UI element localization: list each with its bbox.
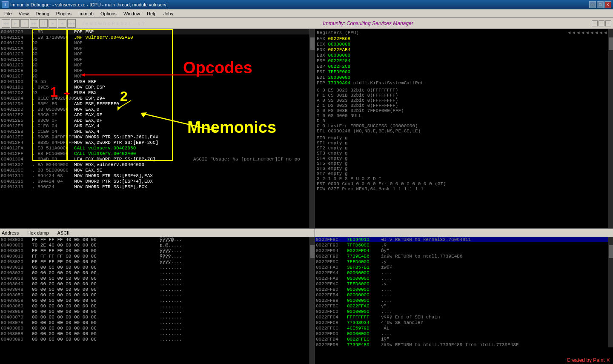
disasm-row[interactable]: 004012FA. E8 511A0000CALL vulnserv.00402… [0,145,315,151]
menu-item-jobs[interactable]: Jobs [160,9,177,17]
menu-item-debug[interactable]: Debug [32,9,52,17]
toolbar-back[interactable]: ◀ [58,19,66,28]
toolbar-pause[interactable]: || [39,19,48,28]
dump-row[interactable]: 00403018FF FF FF FF 00 00 00 00ÿÿÿÿ.... [0,253,309,259]
reg-nav-4[interactable]: ◀ [581,30,584,35]
dump-row[interactable]: 0040305800 00 00 00 00 00 00 00........ [0,298,309,303]
disasm-row[interactable]: 004012C4. E9 17180000JMP vulnserv.00402A… [0,34,315,40]
disasm-row[interactable]: 004012E2. 83C0 0FADD EAX,0F [0,112,315,118]
minimize-button[interactable]: ─ [589,1,596,8]
stack-row[interactable]: 0022FFA03BFB57B1±Wû¼ [315,264,608,270]
toolbar-step[interactable]: ▶ [49,19,57,28]
reg-nav-2[interactable]: ◀ [572,30,575,35]
reg-scrollbar[interactable] [608,29,613,228]
stack-row[interactable]: 0022FFD000000000.... [315,331,608,336]
disasm-row[interactable]: 004012E8. C1E8 04SHR EAX,4 [0,123,315,129]
register-edx[interactable]: EDX 0022FAB4 [315,47,613,53]
stack-row[interactable]: 0022FFA400000000.... [315,270,608,275]
disasm-row[interactable]: 004012EB. C1E0 04SHL EAX,4 [0,129,315,134]
menu-item-help[interactable]: Help [143,9,160,17]
toolbar-e[interactable]: e [85,21,88,26]
disasm-row[interactable]: 00401307. BA 00404000MOV EDX,vulnserv.00… [0,162,315,167]
toolbar-l[interactable]: l [83,21,83,26]
stack-row[interactable]: 0022FFBC0022FFA0y". [315,303,608,309]
reg-nav-6[interactable]: ◀ [590,30,593,35]
dump-row[interactable]: 0040300870 2E 40 00 00 00 00 00p.@..... [0,242,309,248]
reg-nav-5[interactable]: ◀ [586,30,589,35]
close-button[interactable]: ✕ [604,1,611,8]
disasm-row[interactable]: 004012D2 53PUSH EBX [0,90,315,95]
reg-nav-7[interactable]: ◀ [595,30,598,35]
dump-row[interactable]: 0040306000 00 00 00 00 00 00 00........ [0,303,309,309]
dump-row[interactable]: 0040302800 00 00 00 00 00 00 00........ [0,264,309,270]
stack-row[interactable]: 0022FF9C7FFD6000.ÿ [315,259,608,264]
disasm-row[interactable]: 0040130C. B8 5E000000MOV EAX,5E [0,167,315,173]
toolbar-h[interactable]: h [103,21,106,26]
disasm-row[interactable]: 004012CD 90NOP [0,62,315,68]
menu-item-plugins[interactable]: Plugins [53,9,75,17]
menu-item-immlib[interactable]: ImmLib [75,9,97,17]
dump-row[interactable]: 0040306800 00 00 00 00 00 00 00........ [0,309,309,314]
stack-row[interactable]: 0022FFA800000000.... [315,275,608,281]
register-esi[interactable]: ESI 7FFDF000 [315,69,613,75]
disasm-row[interactable]: 004012C9 90NOP [0,40,315,46]
stack-row[interactable]: 0022FFB800000000.... [315,298,608,303]
toolbar-skip[interactable]: ▶▶ [30,19,38,28]
dump-row[interactable]: 0040307800 00 00 00 00 00 00 00........ [0,320,309,325]
maximize-button[interactable]: □ [597,1,604,8]
disasm-row[interactable]: 004012D4. 81EC 94020000SUB ESP,294 [0,95,315,101]
register-eax[interactable]: EAX 0022FB68 [315,36,613,42]
disasm-row[interactable]: 00401311. 894424 08MOV DWORD PTR SS:[ESP… [0,173,315,178]
toolbar-c[interactable]: c [108,21,110,26]
dump-row[interactable]: 00403020FF FF FF FF 00 00 00 00ÿÿÿÿ.... [0,259,309,264]
stack-row[interactable]: 0022FF987739E4B6ža9w RETURN to ntdll.773… [315,253,608,259]
stack-scrollbar[interactable] [608,237,613,347]
disasm-row[interactable]: 004012C3. 5DPOP EBP [0,29,315,34]
disasm-row[interactable]: 004012E5. 83C0 0FADD EAX,0F [0,118,315,123]
stack-row[interactable]: 0022FFC87739S9344'6w SE handler [315,320,608,325]
disasm-row[interactable]: 004012CA 90NOP [0,46,315,51]
dump-row[interactable]: 0040308800 00 00 00 00 00 00 00........ [0,331,309,336]
toolbar-restart[interactable]: ◀◀ [2,19,10,28]
dump-row[interactable]: 0040305000 00 00 00 00 00 00 00........ [0,292,309,298]
stack-row[interactable]: 0022FFB000000000.... [315,287,608,292]
toolbar-b[interactable]: b [120,21,123,26]
stack-row[interactable]: 0022FF8C76094911◄I.v RETURN to kernel32.… [315,237,608,242]
dump-row[interactable]: 0040307000 00 00 00 00 00 00 00........ [0,314,309,320]
disasm-row[interactable]: 004012CE 90NOP [0,68,315,73]
stack-row[interactable]: 0022FF907FFD6000.ÿ [315,242,608,248]
disassembler-panel[interactable]: 004012C3. 5DPOP EBP004012C4. E9 17180000… [0,29,315,229]
dump-row[interactable]: 0040308000 00 00 00 00 00 00 00........ [0,325,309,331]
inner-close[interactable]: ✕ [605,20,611,26]
register-ebp[interactable]: EBP 0022F2C8 [315,64,613,69]
dump-row[interactable]: 0040303000 00 00 00 00 00 00 00........ [0,270,309,275]
menu-item-window[interactable]: Window [120,9,143,17]
toolbar-help[interactable]: ? [142,21,144,26]
register-eip[interactable]: EIP 773B9A94 ntdll.KiFastSystemCallRet [315,80,613,86]
disasm-row[interactable]: 004012DD. B8 00000000MOV EAX,0 [0,106,315,112]
disasm-row[interactable]: 00401304. 8D4D 88LEA ECX,DWORD PTR SS:[E… [0,156,315,162]
toolbar-stop[interactable]: ✕ [20,19,29,28]
toolbar-animate[interactable]: ▶▶▶ [67,19,76,28]
stack-row[interactable]: 0022FFAC7FFD6000.ÿ [315,281,608,287]
register-esp[interactable]: ESP 0022F284 [315,58,613,64]
stack-row[interactable]: 0022FFC000000000.... [315,309,608,314]
dump-row[interactable]: 0040309000 00 00 00 00 00 00 00........ [0,336,309,342]
dump-row[interactable]: 0040304800 00 00 00 00 00 00 00........ [0,287,309,292]
reg-nav-9[interactable]: ◀ [604,30,607,35]
disasm-row[interactable]: 004012DA. 83E4 F0AND ESP,FFFFFFF0 [0,101,315,106]
disasm-row[interactable]: 004012FF. E8 FC160000CALL vulnserv.00402… [0,151,315,156]
reg-nav-3[interactable]: ◀ [577,30,580,35]
toolbar-s[interactable]: s [138,21,140,26]
dump-row[interactable]: 0040303800 00 00 00 00 00 00 00........ [0,275,309,281]
stack-row[interactable]: 0022FFB400000000.... [315,292,608,298]
disasm-scrollbar[interactable] [309,29,315,228]
toolbar-P[interactable]: P [112,21,115,26]
disasm-row[interactable]: 004012EE. 8985 94FDFFFFMOV DWORD PTR SS:… [0,134,315,140]
reg-nav-8[interactable]: ◀ [599,30,602,35]
reg-nav-1[interactable]: ◀ [568,30,571,35]
toolbar-z[interactable]: z [125,21,127,26]
toolbar-t[interactable]: t [95,21,97,26]
toolbar-k[interactable]: k [117,21,119,26]
disasm-row[interactable]: 004011D0r$ 55PUSH EBP [0,79,315,84]
